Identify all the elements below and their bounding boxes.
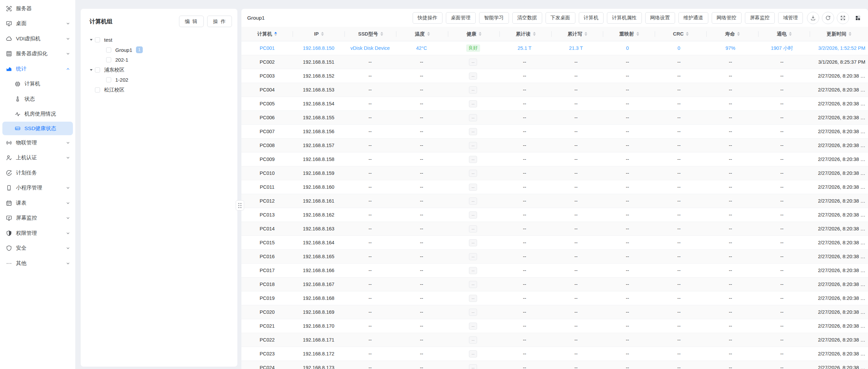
panel-splitter-handle[interactable] [236, 200, 244, 210]
column-header-ip[interactable]: IP [293, 27, 344, 41]
table-row[interactable]: PC001192.168.8.150vDisk Disk Device42°C良… [241, 41, 868, 55]
tree-expand-caret-icon[interactable] [89, 38, 94, 42]
sidebar-item-server[interactable]: 服务器 [0, 1, 75, 16]
tree-node-checkbox[interactable] [95, 87, 100, 93]
clear-data-button[interactable]: 清空数据 [512, 12, 542, 24]
sidebar-item-desktop[interactable]: 桌面 [0, 16, 75, 32]
fullscreen-button[interactable] [837, 12, 849, 24]
download-button[interactable] [807, 12, 819, 24]
table-row[interactable]: PC020192.168.8.169------------------2/27… [241, 305, 868, 319]
tree-node-checkbox[interactable] [106, 57, 111, 62]
sidebar-subitem-room-usage[interactable]: 机房使用情况 [0, 107, 75, 122]
cell-ssd-model[interactable]: vDisk Disk Device [344, 45, 396, 51]
table-row[interactable]: PC014192.168.8.163------------------2/27… [241, 222, 868, 236]
cell-ip[interactable]: 192.168.8.150 [293, 45, 344, 51]
sort-carets-icon[interactable] [380, 32, 383, 36]
sidebar-subitem-status[interactable]: 状态 [0, 91, 75, 107]
table-row[interactable]: PC018192.168.8.167------------------2/27… [241, 278, 868, 291]
tree-node-202-1[interactable]: 202-1 [81, 55, 237, 65]
column-settings-button[interactable] [852, 12, 864, 24]
cell-total-write[interactable]: 21.3 T [550, 45, 602, 51]
refresh-button[interactable] [822, 12, 834, 24]
table-row[interactable]: PC013192.168.8.162------------------2/27… [241, 208, 868, 222]
computer-properties-button[interactable]: 计算机属性 [607, 12, 642, 24]
tree-node-浦东校区[interactable]: 浦东校区 [81, 65, 237, 75]
table-row[interactable]: PC011192.168.8.160------------------2/27… [241, 180, 868, 194]
table-row[interactable]: PC017192.168.8.166------------------2/27… [241, 264, 868, 278]
table-row[interactable]: PC022192.168.8.171------------------2/27… [241, 333, 868, 347]
table-row[interactable]: PC006192.168.8.155------------------2/27… [241, 111, 868, 125]
column-header-lifespan[interactable]: 寿命 [707, 27, 758, 41]
table-row[interactable]: PC010192.168.8.159------------------2/27… [241, 166, 868, 180]
table-row[interactable]: PC002192.168.8.151------------------3/1/… [241, 55, 868, 69]
desktop-management-button[interactable]: 桌面管理 [446, 12, 476, 24]
sidebar-subitem-computers[interactable]: 计算机 [0, 77, 75, 92]
table-row[interactable]: PC009192.168.8.158------------------2/27… [241, 152, 868, 166]
sidebar-item-others[interactable]: 其他 [0, 256, 75, 271]
network-control-button[interactable]: 网络管控 [712, 12, 742, 24]
sidebar-item-timetable[interactable]: 课表 [0, 196, 75, 211]
table-row[interactable]: PC019192.168.8.168------------------2/27… [241, 291, 868, 305]
computer-button[interactable]: 计算机 [579, 12, 604, 24]
sort-carets-icon[interactable] [789, 32, 792, 36]
table-row[interactable]: PC012192.168.8.161------------------2/27… [241, 194, 868, 208]
tree-node-Group1[interactable]: Group11 [81, 45, 237, 55]
column-header-crc[interactable]: CRC [655, 27, 707, 41]
sidebar-item-vdi-vm[interactable]: VDI虚拟机 [0, 31, 75, 46]
tree-node-checkbox[interactable] [106, 47, 111, 53]
table-row[interactable]: PC021192.168.8.170------------------2/27… [241, 319, 868, 333]
sidebar-item-mini-app-management[interactable]: 小程序管理 [0, 181, 75, 196]
sidebar-item-server-virtualization[interactable]: 服务器虚拟化 [0, 46, 75, 62]
cell-crc[interactable]: 0 [653, 45, 705, 51]
column-header-power-on[interactable]: 通电 [758, 27, 810, 41]
cell-lifespan[interactable]: 97% [705, 45, 756, 51]
domain-management-button[interactable]: 域管理 [778, 12, 803, 24]
column-header-health[interactable]: 健康 [448, 27, 500, 41]
cell-total-read[interactable]: 25.1 T [499, 45, 550, 51]
sidebar-item-login-auth[interactable]: 上机认证 [0, 150, 75, 166]
maintenance-channel-button[interactable]: 维护通道 [678, 12, 708, 24]
column-header-updated[interactable]: 更新时间 [810, 27, 868, 41]
column-header-total-write[interactable]: 累计写 [552, 27, 603, 41]
cell-power-on[interactable]: 1907 小时 [756, 45, 808, 52]
column-header-temperature[interactable]: 温度 [396, 27, 448, 41]
cell-remap[interactable]: 0 [602, 45, 653, 51]
table-row[interactable]: PC005192.168.8.154------------------2/27… [241, 97, 868, 111]
tree-node-checkbox[interactable] [95, 67, 100, 73]
sort-carets-icon[interactable] [427, 32, 430, 36]
column-header-computer[interactable]: 计算机 [241, 27, 293, 41]
sidebar-item-scheduled-tasks[interactable]: 计划任务 [0, 165, 75, 181]
push-desktop-button[interactable]: 下发桌面 [546, 12, 575, 24]
sort-carets-icon[interactable] [686, 32, 689, 36]
sort-carets-icon[interactable] [321, 32, 324, 36]
sidebar-item-security[interactable]: 安全 [0, 241, 75, 256]
sidebar-item-statistics[interactable]: 统计 [0, 61, 75, 77]
table-row[interactable]: PC024192.168.8.173------------------2/27… [241, 361, 868, 369]
cell-temperature[interactable]: 42°C [396, 45, 447, 51]
tree-node-checkbox[interactable] [95, 37, 100, 42]
column-header-remap[interactable]: 重映射 [603, 27, 655, 41]
cell-updated[interactable]: 3/2/2026, 1:52:52 PM [808, 45, 868, 51]
tree-node-松江校区[interactable]: 松江校区 [81, 85, 237, 95]
column-header-total-read[interactable]: 累计读 [500, 27, 551, 41]
sort-carets-icon[interactable] [636, 32, 639, 36]
edit-button[interactable]: 编 辑 [179, 16, 204, 27]
table-row[interactable]: PC003192.168.8.152------------------2/27… [241, 69, 868, 83]
network-settings-button[interactable]: 网络设置 [645, 12, 675, 24]
sort-carets-icon[interactable] [274, 32, 277, 36]
sort-carets-icon[interactable] [479, 32, 481, 36]
action-button[interactable]: 操 作 [207, 16, 232, 27]
sidebar-subitem-ssd-health[interactable]: SSD健康状态 [2, 122, 73, 135]
sidebar-item-iot-management[interactable]: 物联管理 [0, 135, 75, 150]
table-row[interactable]: PC004192.168.8.153------------------2/27… [241, 83, 868, 97]
sidebar-item-permission-management[interactable]: 权限管理 [0, 226, 75, 241]
quick-actions-button[interactable]: 快捷操作 [413, 12, 442, 24]
tree-node-test[interactable]: test [81, 35, 237, 45]
sort-carets-icon[interactable] [533, 32, 536, 36]
tree-node-1-202[interactable]: 1-202 [81, 75, 237, 85]
sort-carets-icon[interactable] [849, 32, 851, 36]
cell-computer[interactable]: PC001 [241, 45, 293, 51]
table-row[interactable]: PC007192.168.8.156------------------2/27… [241, 125, 868, 139]
table-row[interactable]: PC023192.168.8.172------------------2/27… [241, 347, 868, 361]
sort-carets-icon[interactable] [737, 32, 740, 36]
